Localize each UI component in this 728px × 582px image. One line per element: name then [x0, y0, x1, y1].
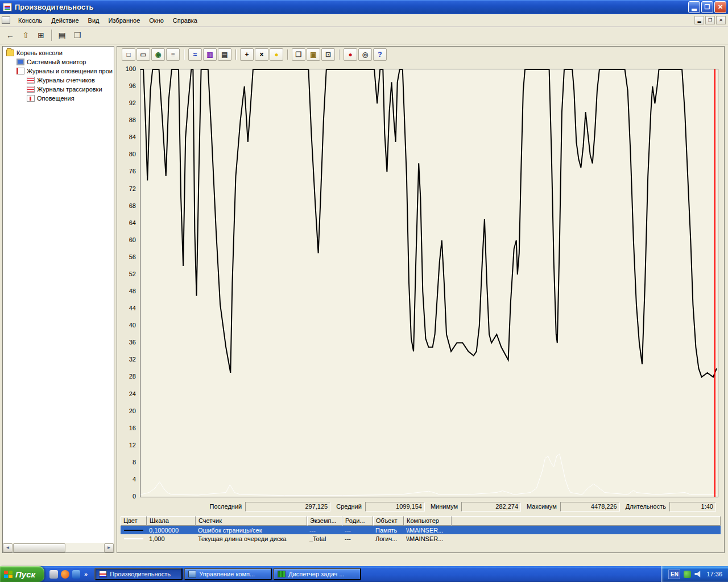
- toolbar-separator: [287, 49, 288, 60]
- taskbar-button-performance[interactable]: Производительность: [94, 568, 183, 580]
- volume-tray-icon[interactable]: [694, 571, 702, 578]
- highlight-icon: ●: [274, 51, 278, 59]
- menu-view[interactable]: Вид: [84, 15, 104, 26]
- task-button-area: ПроизводительностьУправление комп...Дисп…: [94, 568, 362, 580]
- child-minimize-button[interactable]: ▂: [694, 16, 704, 24]
- show-hide-console-tree-icon: ⊞: [38, 31, 44, 40]
- properties-icon: ⊡: [325, 51, 331, 59]
- freeze-display-button[interactable]: ●: [344, 48, 357, 61]
- export-list-icon: ▤: [58, 31, 65, 40]
- tree-item-counter-logs[interactable]: Журналы счетчиков: [3, 76, 114, 85]
- tree-item-alerts[interactable]: Оповещения: [3, 94, 114, 103]
- update-data-button[interactable]: ◎: [358, 48, 372, 61]
- redlog-icon: [27, 86, 35, 93]
- chart-plot-area: [140, 69, 718, 497]
- scroll-thumb[interactable]: [13, 543, 65, 552]
- legend-cell: ---: [307, 527, 342, 534]
- start-button[interactable]: Пуск: [0, 566, 44, 582]
- y-axis-label: 12: [129, 442, 136, 448]
- legend-header-3[interactable]: Экземп...: [307, 516, 342, 526]
- chart-line-1: [140, 454, 717, 496]
- quick-launch-icon-2[interactable]: [61, 570, 69, 579]
- view-log-data-button[interactable]: ≡: [166, 48, 180, 61]
- legend-row[interactable]: 0,1000000Ошибок страницы/сек------Память…: [121, 526, 721, 534]
- restore-button[interactable]: ❐: [701, 1, 713, 13]
- back-button[interactable]: ←: [3, 28, 18, 42]
- legend-header-6[interactable]: Компьютер: [404, 516, 452, 526]
- system-tray: EN 17:36: [661, 566, 728, 582]
- clear-display-button[interactable]: ▭: [136, 48, 150, 61]
- tree-item-label: Оповещения: [37, 95, 75, 102]
- security-tray-icon[interactable]: [684, 571, 691, 578]
- legend-header-row: ЦветШкалаСчетчикЭкземп...Роди...ОбъектКо…: [121, 516, 721, 526]
- y-axis-label: 64: [129, 219, 136, 226]
- tree-item-system-monitor[interactable]: Системный монитор: [3, 57, 114, 66]
- main-toolbar: ←⇧⊞▤❒: [0, 27, 728, 44]
- menu-favorites[interactable]: Избранное: [104, 15, 145, 26]
- up-one-level-icon: ⇧: [22, 31, 29, 40]
- scroll-right-button[interactable]: ►: [104, 543, 114, 552]
- tree-horizontal-scrollbar[interactable]: ◄ ►: [3, 543, 114, 552]
- new-counter-set-button[interactable]: □: [122, 48, 135, 61]
- properties-button[interactable]: ⊡: [321, 48, 335, 61]
- menu-help[interactable]: Справка: [168, 15, 202, 26]
- y-axis: 1009692888480767268646056524844403632282…: [117, 69, 138, 496]
- quick-launch-icon-1[interactable]: [49, 570, 58, 579]
- legend-header-5[interactable]: Объект: [373, 516, 404, 526]
- highlight-button[interactable]: ●: [270, 48, 283, 61]
- child-close-button[interactable]: ✕: [716, 16, 726, 24]
- tree-item-label: Журналы и оповещения прои: [27, 68, 113, 74]
- help-topics-button[interactable]: ❒: [70, 28, 85, 42]
- delete-counter-button[interactable]: ×: [255, 48, 268, 61]
- legend-row[interactable]: 1,000Текущая длина очереди диска_Total--…: [121, 534, 721, 543]
- export-list-button[interactable]: ▤: [55, 28, 69, 42]
- stat-value-duration: 1:40: [669, 502, 716, 512]
- toolbar-separator: [184, 49, 184, 60]
- minimize-button[interactable]: ▂: [688, 1, 700, 13]
- legend-header-4[interactable]: Роди...: [342, 516, 373, 526]
- paste-counter-list-button[interactable]: ▣: [307, 48, 320, 61]
- view-report-button[interactable]: ▤: [218, 48, 231, 61]
- legend-cell: Логич...: [373, 535, 404, 542]
- tree-item-console-root[interactable]: Корень консоли: [3, 48, 114, 57]
- menu-console[interactable]: Консоль: [14, 15, 47, 26]
- y-axis-label: 88: [129, 117, 136, 123]
- taskbar-button-computer-management[interactable]: Управление комп...: [184, 568, 272, 580]
- language-indicator[interactable]: EN: [668, 569, 680, 579]
- taskbar-button-task-manager[interactable]: Диспетчер задач ...: [273, 568, 361, 580]
- up-one-level-button[interactable]: ⇧: [18, 28, 33, 42]
- title-bar[interactable]: Производительность ▂ ❐ ✕: [0, 0, 728, 14]
- legend-cell: ---: [342, 535, 373, 542]
- new-counter-set-icon: □: [126, 51, 130, 59]
- y-axis-label: 40: [129, 322, 136, 329]
- child-restore-button[interactable]: ❐: [705, 16, 715, 24]
- scroll-left-button[interactable]: ◄: [3, 543, 13, 552]
- legend-header-2[interactable]: Счетчик: [196, 516, 307, 526]
- quick-launch-chevron[interactable]: »: [83, 571, 89, 577]
- legend-header-filler: [452, 516, 721, 526]
- taskbar: Пуск » ПроизводительностьУправление комп…: [0, 566, 728, 582]
- tree-item-logs-and-alerts[interactable]: Журналы и оповещения прои: [3, 66, 114, 76]
- legend-header-0[interactable]: Цвет: [121, 516, 147, 526]
- color-swatch-cell: [121, 530, 147, 531]
- legend-header-1[interactable]: Шкала: [147, 516, 196, 526]
- show-hide-console-tree-button[interactable]: ⊞: [34, 28, 48, 42]
- menu-action[interactable]: Действие: [47, 15, 83, 26]
- tree-item-trace-logs[interactable]: Журналы трассировки: [3, 85, 114, 94]
- copy-properties-button[interactable]: ❐: [292, 48, 305, 61]
- y-axis-label: 84: [129, 134, 136, 140]
- update-data-icon: ◎: [362, 51, 368, 59]
- computer-icon: [188, 571, 196, 577]
- perfmon-icon: [99, 571, 107, 577]
- close-button[interactable]: ✕: [714, 1, 726, 13]
- add-counter-button[interactable]: +: [240, 48, 254, 61]
- view-graph-button[interactable]: ≈: [188, 48, 202, 61]
- toolbar-separator: [339, 49, 340, 60]
- view-current-activity-button[interactable]: ◉: [151, 48, 165, 61]
- menu-window[interactable]: Окно: [144, 15, 168, 26]
- y-axis-label: 100: [126, 65, 136, 72]
- view-histogram-button[interactable]: ▥: [203, 48, 217, 61]
- quick-launch-icon-3[interactable]: [72, 570, 80, 579]
- y-axis-label: 44: [129, 305, 136, 311]
- help-button[interactable]: ?: [373, 48, 387, 61]
